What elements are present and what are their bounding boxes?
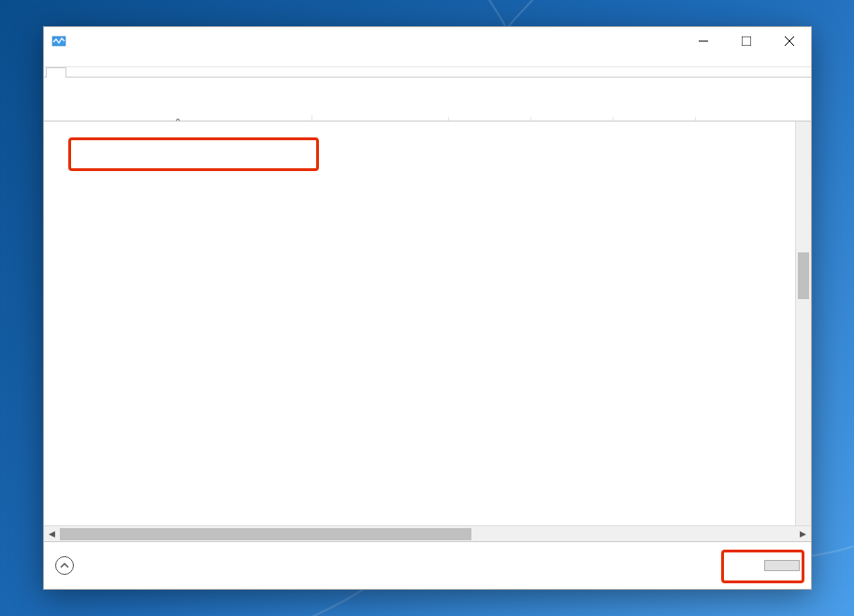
process-list: ◀ ▶ [44,122,811,542]
column-disk[interactable] [613,117,695,121]
svg-rect-2 [742,36,751,46]
chevron-up-icon [55,556,74,575]
fewer-details-toggle[interactable] [55,556,81,575]
maximize-button[interactable] [725,27,768,55]
task-manager-window: ⌃ ◀ ▶ [43,26,812,590]
column-network[interactable] [695,117,781,121]
menu-view[interactable] [83,57,98,64]
tab-processes[interactable] [46,67,66,78]
scrollbar-horizontal[interactable]: ◀ ▶ [44,525,811,541]
scroll-thumb-vertical[interactable] [798,252,809,299]
close-icon [785,36,794,46]
scroll-right-icon[interactable]: ▶ [795,526,811,542]
minimize-icon [699,36,708,46]
column-headers: ⌃ [44,77,811,122]
footer [44,542,811,589]
column-memory[interactable] [530,117,613,121]
scroll-left-icon[interactable]: ◀ [44,526,60,542]
end-task-button[interactable] [764,560,800,571]
menu-options[interactable] [66,57,81,64]
column-cpu[interactable] [448,117,530,121]
close-button[interactable] [768,27,811,55]
column-status[interactable] [311,115,448,121]
task-manager-icon [51,34,66,49]
annotation-process-highlight [68,137,319,171]
minimize-button[interactable] [682,27,725,55]
scroll-thumb-horizontal[interactable] [60,528,471,540]
scrollbar-vertical[interactable] [795,122,811,525]
menu-file[interactable] [50,57,65,64]
titlebar[interactable] [44,27,811,55]
menu-bar [44,55,811,67]
maximize-icon [742,36,751,46]
column-name[interactable]: ⌃ [44,115,311,121]
tab-strip [44,67,811,77]
